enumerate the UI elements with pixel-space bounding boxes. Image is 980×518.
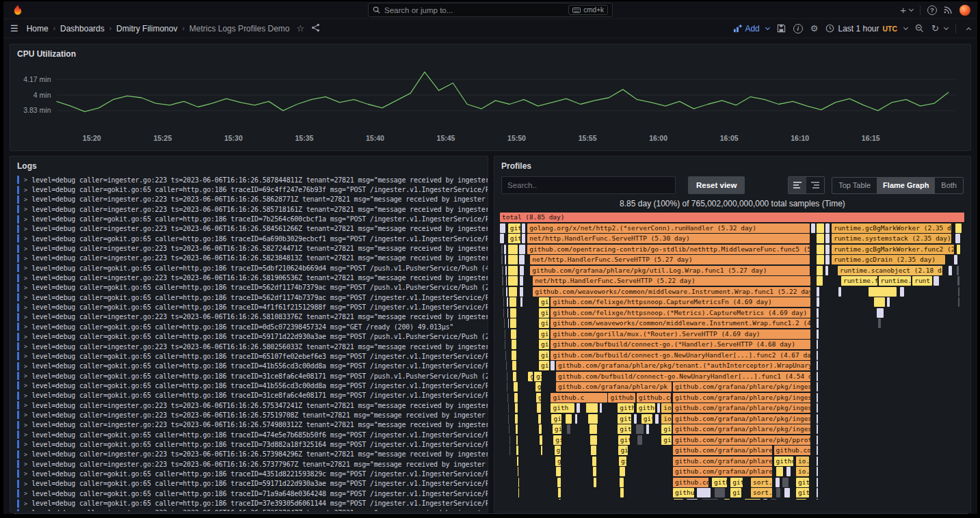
flame-node[interactable]: gith <box>553 424 561 434</box>
flame-node[interactable]: github. <box>539 308 549 318</box>
flame-node[interactable]: github.com/felixge/httpsnoop.CaptureMetr… <box>551 297 810 307</box>
log-line[interactable]: >level=debug caller=gokit.go:65 caller=h… <box>17 439 488 449</box>
flame-node[interactable] <box>957 266 958 275</box>
expand-chevron-icon[interactable]: > <box>24 176 27 183</box>
grafana-logo-icon[interactable] <box>12 4 24 16</box>
expand-chevron-icon[interactable]: > <box>24 461 27 467</box>
flame-node[interactable] <box>817 435 818 445</box>
breadcrumb-item[interactable]: Home <box>27 24 49 33</box>
flame-node[interactable]: github. <box>539 329 549 339</box>
flame-node[interactable]: github.com/weaveworks/common/middleware.… <box>551 318 810 328</box>
expand-chevron-icon[interactable]: > <box>24 294 27 301</box>
flame-node[interactable]: gith <box>796 488 809 497</box>
flame-node[interactable] <box>505 255 506 264</box>
flame-node[interactable] <box>771 499 777 500</box>
flame-node[interactable]: github.com/grafana/phlare/pk <box>673 456 772 466</box>
expand-chevron-icon[interactable]: > <box>24 206 27 213</box>
flame-node[interactable]: github.com/grafana/phlare/pkg/ingester. <box>673 393 810 403</box>
flame-node[interactable]: github.com <box>637 393 671 403</box>
expand-chevron-icon[interactable]: > <box>24 304 27 311</box>
flame-node[interactable]: github.c <box>608 393 635 403</box>
dashboard-settings-button[interactable]: ⚙ <box>810 23 819 33</box>
flame-node[interactable] <box>567 424 570 434</box>
flame-node[interactable] <box>817 478 818 487</box>
flame-node[interactable] <box>877 308 884 318</box>
expand-chevron-icon[interactable]: > <box>24 196 27 203</box>
flame-node[interactable] <box>517 456 518 466</box>
flame-node[interactable]: github <box>673 488 694 497</box>
flame-node[interactable] <box>811 223 815 233</box>
help-button[interactable]: ? <box>927 5 937 15</box>
flame-node[interactable] <box>538 414 541 424</box>
flame-node[interactable]: git <box>661 424 672 434</box>
flame-node[interactable] <box>776 478 780 487</box>
flame-node[interactable] <box>518 478 519 487</box>
add-panel-button[interactable]: Add <box>733 24 769 33</box>
flame-node[interactable] <box>508 276 518 286</box>
flame-node[interactable] <box>636 424 644 434</box>
breadcrumb-item[interactable]: Dmitry Filimonov <box>116 24 177 33</box>
log-line[interactable]: >level=debug caller=gokit.go:65 caller=h… <box>17 185 488 194</box>
flame-node[interactable] <box>510 308 517 318</box>
flame-node[interactable]: runtime.gcBgMarkWorker.func2 (2.35 <box>832 245 954 254</box>
flame-node[interactable] <box>874 297 886 307</box>
flame-node[interactable] <box>502 276 503 286</box>
flame-node[interactable] <box>817 372 818 381</box>
flame-node[interactable]: runtime.scanobject (2.18 day) <box>838 266 942 275</box>
flame-node[interactable] <box>522 223 525 233</box>
flame-node[interactable] <box>514 393 517 403</box>
flame-node[interactable]: github.com/grafana/phlare/pkg/pprof.Fro <box>673 435 810 445</box>
flame-node[interactable] <box>512 361 516 370</box>
flame-node[interactable] <box>900 287 904 297</box>
flame-node[interactable] <box>620 478 624 487</box>
log-line[interactable]: >level=debug caller=gokit.go:65 caller=h… <box>17 214 488 223</box>
flame-node[interactable] <box>515 403 518 413</box>
flame-node[interactable] <box>825 234 830 243</box>
flame-node[interactable] <box>817 318 819 328</box>
log-line[interactable]: >level=debug caller=gokit.go:65 caller=h… <box>17 322 488 331</box>
flame-node[interactable] <box>776 488 780 497</box>
flame-node[interactable] <box>687 499 698 500</box>
flame-node[interactable] <box>697 488 711 497</box>
flame-node[interactable] <box>817 414 818 424</box>
flame-node[interactable]: github.com/grafana/phlare/pkg/tenant.(*a… <box>556 361 810 370</box>
log-line[interactable]: >level=debug caller=ingester.go:223 ts=2… <box>17 243 488 253</box>
log-line[interactable]: >level=debug caller=ingester.go:223 ts=2… <box>17 420 488 430</box>
cpu-chart[interactable]: 4.17 min4 min3.83 min15:2015:2515:3015:3… <box>10 62 970 151</box>
expand-chevron-icon[interactable]: > <box>24 284 27 291</box>
flame-node[interactable]: net/http.HandlerFunc.ServeHTTP (5.30 day… <box>527 234 810 243</box>
refresh-interval-dropdown[interactable] <box>944 25 949 29</box>
flame-node[interactable]: gith <box>641 414 653 424</box>
flame-node[interactable]: github.com/weaveworks/common/middleware.… <box>533 287 810 297</box>
flame-node[interactable]: git <box>555 446 561 455</box>
flame-node[interactable] <box>817 488 818 497</box>
flame-node[interactable] <box>508 318 509 328</box>
flame-node[interactable] <box>516 435 518 445</box>
flame-node[interactable] <box>557 478 561 487</box>
flame-node[interactable] <box>590 435 597 445</box>
flame-node[interactable] <box>817 297 819 307</box>
flame-node[interactable] <box>825 245 830 254</box>
log-line[interactable]: >level=debug caller=ingester.go:223 ts=2… <box>17 508 488 511</box>
log-line[interactable]: >level=debug caller=ingester.go:223 ts=2… <box>17 224 488 234</box>
flame-node[interactable] <box>817 255 825 264</box>
flame-node[interactable] <box>784 488 790 497</box>
expand-chevron-icon[interactable]: > <box>24 235 27 242</box>
log-line[interactable]: >level=debug caller=gokit.go:65 caller=h… <box>17 469 488 478</box>
log-line[interactable]: >level=debug caller=ingester.go:223 ts=2… <box>17 254 488 263</box>
flame-node[interactable]: github.com/bufbuild/connect-go.(*Handler… <box>551 340 810 349</box>
flame-node[interactable] <box>825 255 830 264</box>
flame-node[interactable] <box>817 499 818 500</box>
flame-node[interactable]: github.com/bufbuild/connect-go.NewUnaryH… <box>556 372 810 381</box>
log-line[interactable]: >level=debug caller=ingester.go:223 ts=2… <box>17 204 488 214</box>
expand-chevron-icon[interactable]: > <box>24 451 27 458</box>
log-line[interactable]: >level=debug caller=gokit.go:65 caller=h… <box>17 234 488 243</box>
flame-node[interactable] <box>782 478 789 487</box>
flame-node[interactable] <box>763 499 767 500</box>
flame-node[interactable] <box>817 403 818 413</box>
expand-chevron-icon[interactable]: > <box>24 333 27 340</box>
expand-chevron-icon[interactable]: > <box>24 353 27 359</box>
flame-node[interactable]: github.com/grafana/phlare/pkg/ingester. <box>673 424 810 434</box>
expand-chevron-icon[interactable]: > <box>24 392 27 399</box>
flame-node[interactable] <box>817 467 818 476</box>
